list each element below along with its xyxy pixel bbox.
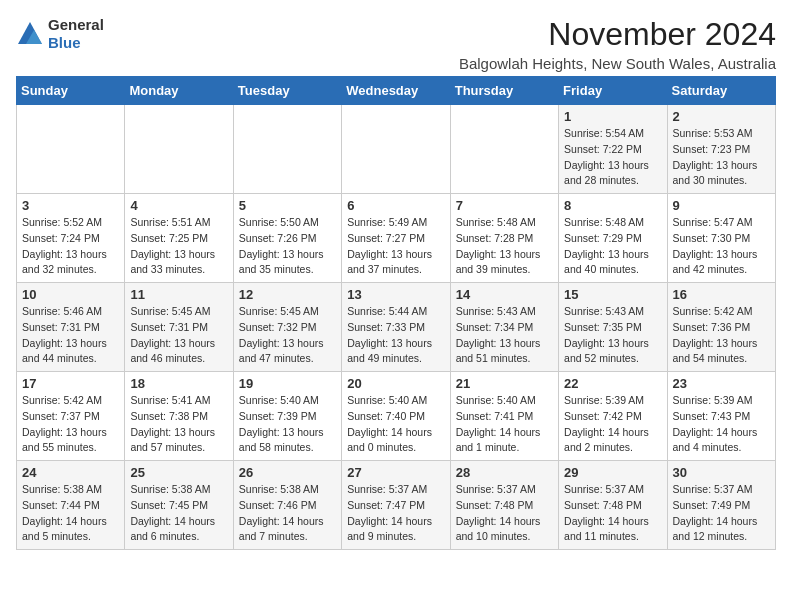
calendar-cell: 19Sunrise: 5:40 AMSunset: 7:39 PMDayligh…	[233, 372, 341, 461]
calendar-cell: 21Sunrise: 5:40 AMSunset: 7:41 PMDayligh…	[450, 372, 558, 461]
calendar-cell: 13Sunrise: 5:44 AMSunset: 7:33 PMDayligh…	[342, 283, 450, 372]
day-info: Sunrise: 5:37 AMSunset: 7:47 PMDaylight:…	[347, 482, 444, 545]
calendar-cell: 10Sunrise: 5:46 AMSunset: 7:31 PMDayligh…	[17, 283, 125, 372]
day-number: 5	[239, 198, 336, 213]
calendar-week-1: 1Sunrise: 5:54 AMSunset: 7:22 PMDaylight…	[17, 105, 776, 194]
calendar-week-3: 10Sunrise: 5:46 AMSunset: 7:31 PMDayligh…	[17, 283, 776, 372]
calendar-table: SundayMondayTuesdayWednesdayThursdayFrid…	[16, 76, 776, 550]
day-info: Sunrise: 5:42 AMSunset: 7:37 PMDaylight:…	[22, 393, 119, 456]
calendar-cell: 5Sunrise: 5:50 AMSunset: 7:26 PMDaylight…	[233, 194, 341, 283]
day-info: Sunrise: 5:49 AMSunset: 7:27 PMDaylight:…	[347, 215, 444, 278]
calendar-cell: 22Sunrise: 5:39 AMSunset: 7:42 PMDayligh…	[559, 372, 667, 461]
day-info: Sunrise: 5:42 AMSunset: 7:36 PMDaylight:…	[673, 304, 770, 367]
calendar-cell: 3Sunrise: 5:52 AMSunset: 7:24 PMDaylight…	[17, 194, 125, 283]
day-number: 30	[673, 465, 770, 480]
day-info: Sunrise: 5:40 AMSunset: 7:40 PMDaylight:…	[347, 393, 444, 456]
header-wednesday: Wednesday	[342, 77, 450, 105]
calendar-header-row: SundayMondayTuesdayWednesdayThursdayFrid…	[17, 77, 776, 105]
day-info: Sunrise: 5:37 AMSunset: 7:48 PMDaylight:…	[564, 482, 661, 545]
header-friday: Friday	[559, 77, 667, 105]
month-title: November 2024	[459, 16, 776, 53]
calendar-week-4: 17Sunrise: 5:42 AMSunset: 7:37 PMDayligh…	[17, 372, 776, 461]
day-number: 10	[22, 287, 119, 302]
calendar-cell: 12Sunrise: 5:45 AMSunset: 7:32 PMDayligh…	[233, 283, 341, 372]
day-number: 11	[130, 287, 227, 302]
calendar-cell: 24Sunrise: 5:38 AMSunset: 7:44 PMDayligh…	[17, 461, 125, 550]
day-info: Sunrise: 5:38 AMSunset: 7:46 PMDaylight:…	[239, 482, 336, 545]
calendar-cell	[450, 105, 558, 194]
day-info: Sunrise: 5:47 AMSunset: 7:30 PMDaylight:…	[673, 215, 770, 278]
day-number: 1	[564, 109, 661, 124]
day-number: 29	[564, 465, 661, 480]
calendar-cell: 27Sunrise: 5:37 AMSunset: 7:47 PMDayligh…	[342, 461, 450, 550]
calendar-cell	[233, 105, 341, 194]
day-number: 4	[130, 198, 227, 213]
day-number: 24	[22, 465, 119, 480]
calendar-cell: 6Sunrise: 5:49 AMSunset: 7:27 PMDaylight…	[342, 194, 450, 283]
day-info: Sunrise: 5:45 AMSunset: 7:31 PMDaylight:…	[130, 304, 227, 367]
calendar-cell: 14Sunrise: 5:43 AMSunset: 7:34 PMDayligh…	[450, 283, 558, 372]
calendar-cell: 20Sunrise: 5:40 AMSunset: 7:40 PMDayligh…	[342, 372, 450, 461]
day-number: 28	[456, 465, 553, 480]
day-number: 25	[130, 465, 227, 480]
day-info: Sunrise: 5:43 AMSunset: 7:35 PMDaylight:…	[564, 304, 661, 367]
day-number: 17	[22, 376, 119, 391]
logo: General Blue	[16, 16, 104, 52]
day-info: Sunrise: 5:53 AMSunset: 7:23 PMDaylight:…	[673, 126, 770, 189]
day-info: Sunrise: 5:39 AMSunset: 7:42 PMDaylight:…	[564, 393, 661, 456]
calendar-cell	[342, 105, 450, 194]
day-info: Sunrise: 5:38 AMSunset: 7:44 PMDaylight:…	[22, 482, 119, 545]
day-number: 7	[456, 198, 553, 213]
calendar-cell: 15Sunrise: 5:43 AMSunset: 7:35 PMDayligh…	[559, 283, 667, 372]
header-thursday: Thursday	[450, 77, 558, 105]
calendar-cell: 30Sunrise: 5:37 AMSunset: 7:49 PMDayligh…	[667, 461, 775, 550]
logo-text: General Blue	[48, 16, 104, 52]
calendar-cell: 28Sunrise: 5:37 AMSunset: 7:48 PMDayligh…	[450, 461, 558, 550]
day-info: Sunrise: 5:48 AMSunset: 7:28 PMDaylight:…	[456, 215, 553, 278]
calendar-week-2: 3Sunrise: 5:52 AMSunset: 7:24 PMDaylight…	[17, 194, 776, 283]
logo-blue: Blue	[48, 34, 81, 51]
day-number: 19	[239, 376, 336, 391]
day-number: 15	[564, 287, 661, 302]
calendar-cell: 8Sunrise: 5:48 AMSunset: 7:29 PMDaylight…	[559, 194, 667, 283]
day-info: Sunrise: 5:52 AMSunset: 7:24 PMDaylight:…	[22, 215, 119, 278]
day-info: Sunrise: 5:51 AMSunset: 7:25 PMDaylight:…	[130, 215, 227, 278]
day-number: 8	[564, 198, 661, 213]
calendar-cell: 16Sunrise: 5:42 AMSunset: 7:36 PMDayligh…	[667, 283, 775, 372]
calendar-cell: 7Sunrise: 5:48 AMSunset: 7:28 PMDaylight…	[450, 194, 558, 283]
day-number: 9	[673, 198, 770, 213]
day-info: Sunrise: 5:38 AMSunset: 7:45 PMDaylight:…	[130, 482, 227, 545]
day-number: 23	[673, 376, 770, 391]
day-info: Sunrise: 5:48 AMSunset: 7:29 PMDaylight:…	[564, 215, 661, 278]
page-header: General Blue November 2024 Balgowlah Hei…	[16, 16, 776, 72]
day-info: Sunrise: 5:37 AMSunset: 7:49 PMDaylight:…	[673, 482, 770, 545]
day-info: Sunrise: 5:39 AMSunset: 7:43 PMDaylight:…	[673, 393, 770, 456]
day-info: Sunrise: 5:37 AMSunset: 7:48 PMDaylight:…	[456, 482, 553, 545]
day-number: 2	[673, 109, 770, 124]
calendar-cell: 1Sunrise: 5:54 AMSunset: 7:22 PMDaylight…	[559, 105, 667, 194]
day-number: 22	[564, 376, 661, 391]
day-info: Sunrise: 5:43 AMSunset: 7:34 PMDaylight:…	[456, 304, 553, 367]
calendar-cell: 18Sunrise: 5:41 AMSunset: 7:38 PMDayligh…	[125, 372, 233, 461]
calendar-cell: 23Sunrise: 5:39 AMSunset: 7:43 PMDayligh…	[667, 372, 775, 461]
day-info: Sunrise: 5:54 AMSunset: 7:22 PMDaylight:…	[564, 126, 661, 189]
header-monday: Monday	[125, 77, 233, 105]
day-info: Sunrise: 5:40 AMSunset: 7:41 PMDaylight:…	[456, 393, 553, 456]
calendar-cell: 17Sunrise: 5:42 AMSunset: 7:37 PMDayligh…	[17, 372, 125, 461]
calendar-cell: 4Sunrise: 5:51 AMSunset: 7:25 PMDaylight…	[125, 194, 233, 283]
day-number: 12	[239, 287, 336, 302]
day-info: Sunrise: 5:45 AMSunset: 7:32 PMDaylight:…	[239, 304, 336, 367]
calendar-cell: 25Sunrise: 5:38 AMSunset: 7:45 PMDayligh…	[125, 461, 233, 550]
header-tuesday: Tuesday	[233, 77, 341, 105]
day-number: 3	[22, 198, 119, 213]
day-info: Sunrise: 5:41 AMSunset: 7:38 PMDaylight:…	[130, 393, 227, 456]
calendar-cell: 11Sunrise: 5:45 AMSunset: 7:31 PMDayligh…	[125, 283, 233, 372]
day-info: Sunrise: 5:50 AMSunset: 7:26 PMDaylight:…	[239, 215, 336, 278]
calendar-cell	[17, 105, 125, 194]
logo-general: General	[48, 16, 104, 33]
logo-icon	[16, 20, 44, 48]
day-info: Sunrise: 5:40 AMSunset: 7:39 PMDaylight:…	[239, 393, 336, 456]
calendar-week-5: 24Sunrise: 5:38 AMSunset: 7:44 PMDayligh…	[17, 461, 776, 550]
calendar-cell: 9Sunrise: 5:47 AMSunset: 7:30 PMDaylight…	[667, 194, 775, 283]
day-number: 6	[347, 198, 444, 213]
